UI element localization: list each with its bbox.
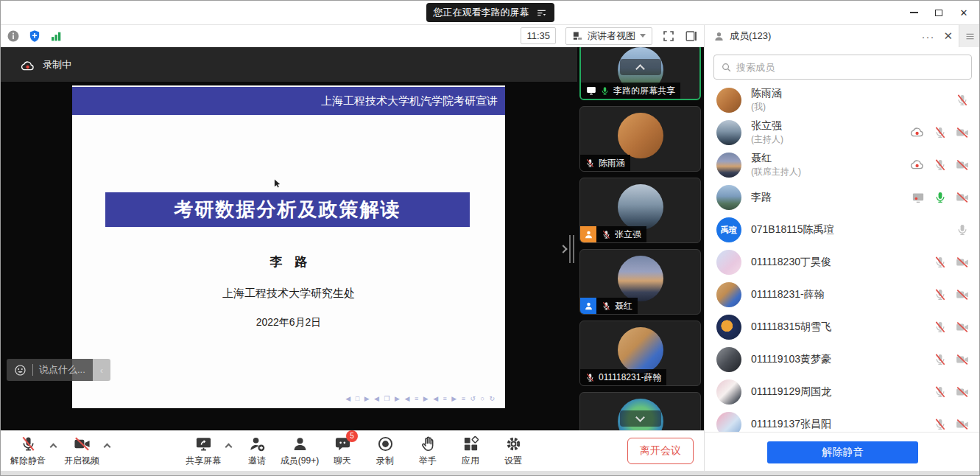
minimize-button[interactable]: [901, 1, 926, 24]
video-thumbnail-strip: 李路的屏幕共享 陈雨涵 张立强: [577, 47, 704, 430]
member-row[interactable]: 011119129周国龙: [705, 376, 980, 408]
member-name: 011118230丁昊俊: [751, 256, 831, 269]
members-panel-title: 成员(123): [730, 29, 771, 43]
fullscreen-icon[interactable]: [662, 29, 675, 43]
member-role: (联席主持人): [751, 166, 801, 178]
tile-label: 聂红: [596, 298, 638, 314]
share-options-chevron[interactable]: [225, 443, 233, 450]
view-mode-selector[interactable]: 演讲者视图: [565, 27, 652, 45]
camera-muted-icon: [956, 126, 969, 139]
member-name: 李路: [751, 191, 772, 204]
cohost-badge: [580, 298, 596, 314]
cloud-recording-icon: [21, 59, 35, 74]
mic-muted-icon: [602, 301, 611, 311]
member-list: 陈雨涵(我) 张立强(主持人) 聂红(联席主持人): [705, 84, 980, 432]
avatar: [716, 120, 741, 145]
more-options-icon[interactable]: ···: [921, 30, 934, 43]
toolbar-share-screen-button[interactable]: 共享屏幕: [182, 435, 225, 467]
member-row[interactable]: 011118231-薛翰: [705, 279, 980, 311]
member-row[interactable]: 聂红(联席主持人): [705, 149, 980, 181]
camera-muted-icon: [956, 158, 969, 172]
cloud-recording-icon: [910, 125, 925, 140]
video-tile[interactable]: 011118231-薛翰: [579, 321, 701, 386]
members-panel: 成员(123) ··· ✕ 陈雨涵(我) 张立强(主持人): [704, 25, 980, 471]
video-tile[interactable]: 聂红: [579, 249, 701, 315]
close-button[interactable]: ✕: [951, 1, 976, 24]
screen-sharing-icon: [912, 191, 925, 204]
view-mode-label: 演讲者视图: [588, 29, 635, 43]
quick-chat-bar[interactable]: 说点什么... ‹: [7, 359, 110, 381]
video-tile-sharing[interactable]: 李路的屏幕共享: [579, 47, 701, 100]
emoji-icon[interactable]: [14, 364, 27, 377]
tile-label: 陈雨涵: [580, 155, 630, 171]
member-icon: [713, 31, 725, 42]
network-signal-icon[interactable]: [49, 29, 63, 43]
mic-idle-icon: [956, 223, 969, 237]
toolbar-start-video-button[interactable]: 开启视频: [60, 435, 103, 467]
video-tile[interactable]: 张立强: [579, 178, 701, 243]
meeting-window: 您正在观看李路的屏幕 ✕ 11:35 演讲者视图: [0, 0, 980, 476]
member-row[interactable]: 禹瑄 071B18115陈禹瑄: [705, 214, 980, 246]
mouse-cursor-icon: [272, 178, 283, 189]
camera-muted-icon: [956, 191, 969, 204]
member-row[interactable]: 011118230丁昊俊: [705, 246, 980, 279]
side-panel-toggle-icon[interactable]: [685, 29, 698, 43]
toolbar-invite-button[interactable]: 邀请: [236, 435, 278, 467]
mic-muted-icon: [934, 288, 947, 301]
toolbar-chat-button[interactable]: 5 聊天: [321, 435, 364, 467]
avatar: [716, 282, 741, 307]
member-name: 011119137张昌阳: [751, 418, 831, 431]
gear-icon: [505, 435, 522, 452]
member-row[interactable]: 陈雨涵(我): [705, 84, 980, 116]
chat-collapse-button[interactable]: ‹: [93, 359, 110, 381]
member-name: 011119103黄梦豪: [751, 353, 831, 366]
member-search-input[interactable]: [736, 62, 965, 73]
tile-label: 李路的屏幕共享: [581, 83, 680, 99]
unmute-button[interactable]: 解除静音: [767, 441, 918, 463]
avatar: [716, 250, 741, 275]
avatar: [716, 347, 741, 372]
cloud-recording-icon: [910, 158, 925, 172]
scroll-down-button[interactable]: [620, 410, 661, 427]
slide-author: 李 路: [72, 253, 505, 270]
switch-screen-icon[interactable]: [536, 7, 547, 18]
panel-menu-button[interactable]: [959, 25, 980, 47]
security-shield-icon[interactable]: [28, 29, 41, 43]
avatar: [716, 315, 741, 340]
maximize-button[interactable]: [926, 1, 951, 24]
mic-muted-icon: [956, 94, 969, 107]
toolbar-unmute-button[interactable]: 解除静音: [7, 435, 49, 467]
toolbar-raise-hand-button[interactable]: 举手: [406, 435, 449, 467]
toolbar-members-button[interactable]: 成员(99+): [278, 435, 321, 467]
close-icon: ✕: [960, 7, 968, 18]
member-row[interactable]: 011119103黄梦豪: [705, 343, 980, 376]
window-controls: ✕: [901, 1, 976, 24]
video-strip-collapse-handle[interactable]: [560, 235, 574, 263]
member-row[interactable]: 011119137张昌阳: [705, 408, 980, 432]
toolbar-record-button[interactable]: 录制: [364, 435, 406, 467]
member-row[interactable]: 张立强(主持人): [705, 116, 980, 149]
member-name: 071B18115陈禹瑄: [751, 223, 834, 237]
member-row[interactable]: 011118315胡雪飞: [705, 311, 980, 343]
watching-banner[interactable]: 您正在观看李路的屏幕: [426, 3, 554, 22]
member-row[interactable]: 李路: [705, 181, 980, 214]
recording-indicator: 录制中: [1, 47, 577, 82]
video-tile[interactable]: 陈雨涵: [579, 106, 701, 172]
recording-label: 录制中: [43, 58, 71, 71]
member-role: (主持人): [751, 133, 783, 146]
quick-chat-input[interactable]: 说点什么...: [7, 359, 93, 381]
member-role: (我): [751, 101, 782, 113]
member-search-box[interactable]: [713, 55, 972, 80]
toolbar-apps-button[interactable]: 应用: [449, 435, 492, 467]
leave-meeting-button[interactable]: 离开会议: [627, 438, 694, 464]
video-tile-partial[interactable]: [579, 392, 701, 430]
avatar: [716, 412, 741, 432]
toolbar-settings-button[interactable]: 设置: [492, 435, 535, 467]
scroll-up-button[interactable]: [620, 59, 661, 75]
mic-options-chevron[interactable]: [50, 443, 57, 450]
meeting-info-icon[interactable]: [7, 29, 20, 43]
panel-close-icon[interactable]: ✕: [943, 29, 953, 43]
video-options-chevron[interactable]: [104, 443, 111, 450]
mic-muted-icon: [20, 435, 37, 452]
camera-muted-icon: [956, 321, 969, 334]
